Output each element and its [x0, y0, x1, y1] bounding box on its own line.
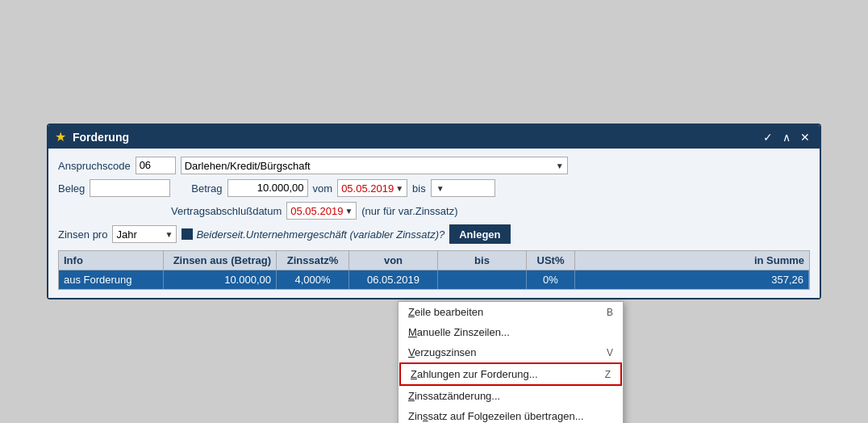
menu-item-zeile-bearbeiten[interactable]: Zeile bearbeiten B	[399, 302, 623, 322]
zinsen-pro-value: Jahr	[116, 228, 136, 241]
vertragsabschluss-date-arrow-icon[interactable]: ▼	[344, 207, 353, 216]
betrag-input[interactable]: 10.000,00	[227, 179, 308, 197]
td-info: aus Forderung	[59, 270, 164, 289]
beiderseit-checkbox[interactable]	[182, 228, 193, 240]
beleg-label: Beleg	[58, 182, 85, 195]
menu-item-zinssatzaenderung[interactable]: Zinssatzänderung...	[399, 386, 623, 406]
menu-label: Manuelle Zinszeilen...	[408, 326, 510, 338]
restore-button[interactable]: ∧	[779, 131, 794, 144]
dropdown-value: Darlehen/Kredit/Bürgschaft	[185, 160, 311, 172]
td-zinsen-betrag: 10.000,00	[164, 270, 277, 289]
window-controls: ✓ ∧ ✕	[760, 131, 813, 144]
form-content: Anspruchscode 06 Darlehen/Kredit/Bürgsch…	[48, 149, 820, 298]
zinsen-pro-label: Zinsen pro	[58, 228, 107, 241]
menu-label: Verzugszinsen	[408, 346, 477, 358]
td-zinssatz: 4,000%	[277, 270, 349, 289]
menu-item-zahlungen-forderung[interactable]: Zahlungen zur Forderung... Z	[399, 362, 622, 386]
td-in-summe: 357,26	[575, 270, 809, 289]
table-header: Info Zinsen aus (Betrag) Zinssatz% von b…	[59, 251, 809, 270]
vom-date-field[interactable]: 05.05.2019 ▼	[337, 179, 407, 197]
menu-item-zinssatz-folgezeilen[interactable]: Zinssatz auf Folgezeilen übertragen...	[399, 406, 623, 423]
beiderseit-label-text: Beiderseit.Unternehmergeschäft (variable…	[196, 228, 444, 241]
menu-label: Zahlungen zur Forderung...	[411, 368, 538, 380]
vertragsabschluss-date-value: 05.05.2019	[290, 205, 343, 217]
row-beleg: Beleg Betrag 10.000,00 vom 05.05.2019 ▼ …	[58, 179, 810, 197]
menu-item-verzugszinsen[interactable]: Verzugszinsen V	[399, 342, 623, 362]
anspruchscode-label: Anspruchscode	[58, 160, 131, 172]
row-zinsen-pro: Zinsen pro Jahr ▼ Beiderseit.Unternehmer…	[58, 224, 810, 244]
menu-label: Zeile bearbeiten	[408, 306, 483, 318]
menu-item-manuelle-zinszeilen[interactable]: Manuelle Zinszeilen...	[399, 322, 623, 342]
star-icon: ★	[55, 129, 66, 144]
menu-shortcut: Z	[605, 369, 611, 380]
anspruchscode-input[interactable]: 06	[136, 157, 176, 174]
window-title: Forderung	[73, 131, 760, 144]
td-von: 06.05.2019	[349, 270, 438, 289]
dropdown-darlehen[interactable]: Darlehen/Kredit/Bürgschaft ▼	[181, 157, 568, 174]
vom-date-arrow-icon[interactable]: ▼	[395, 184, 403, 193]
beiderseit-checkbox-label: Beiderseit.Unternehmergeschäft (variable…	[182, 228, 444, 241]
beleg-input[interactable]	[90, 179, 170, 197]
bis-date-arrow-icon[interactable]: ▼	[436, 184, 444, 193]
menu-label: Zinssatz auf Folgezeilen übertragen...	[408, 410, 584, 422]
th-in-summe: in Summe	[575, 251, 809, 270]
vom-label: vom	[313, 182, 333, 195]
zinsen-pro-dropdown[interactable]: Jahr ▼	[112, 225, 177, 243]
dropdown-arrow-icon: ▼	[556, 161, 564, 170]
vertragsabschluss-date-field[interactable]: 05.05.2019 ▼	[286, 202, 357, 220]
vertragsabschluss-label: Vertragsabschlußdatum	[171, 205, 282, 217]
menu-shortcut: V	[607, 347, 613, 358]
td-bis	[438, 270, 527, 289]
th-von: von	[349, 251, 438, 270]
title-bar: ★ Forderung ✓ ∧ ✕	[48, 125, 820, 149]
table-row[interactable]: aus Forderung 10.000,00 4,000% 06.05.201…	[59, 270, 809, 289]
td-ust: 0%	[527, 270, 575, 289]
zinsen-table: Info Zinsen aus (Betrag) Zinssatz% von b…	[58, 250, 810, 290]
zinsen-pro-arrow-icon: ▼	[165, 230, 173, 239]
close-button[interactable]: ✕	[797, 131, 813, 144]
th-zinssatz: Zinssatz%	[277, 251, 349, 270]
minimize-button[interactable]: ✓	[760, 131, 776, 144]
zinssatz-note: (nur für var.Zinssatz)	[361, 205, 457, 217]
forderung-window: ★ Forderung ✓ ∧ ✕ Anspruchscode 06 Darle…	[47, 124, 821, 299]
row-vertragsabschluss: Vertragsabschlußdatum 05.05.2019 ▼ (nur …	[58, 202, 810, 220]
th-bis: bis	[438, 251, 527, 270]
context-menu: Zeile bearbeiten B Manuelle Zinszeilen..…	[398, 301, 624, 423]
vom-date-value: 05.05.2019	[341, 182, 394, 195]
menu-shortcut: B	[607, 307, 613, 318]
menu-label: Zinssatzänderung...	[408, 390, 500, 402]
row-anspruchscode: Anspruchscode 06 Darlehen/Kredit/Bürgsch…	[58, 157, 810, 174]
bis-label: bis	[412, 182, 426, 195]
anlegen-button[interactable]: Anlegen	[449, 224, 510, 244]
th-info: Info	[59, 251, 164, 270]
th-ust: USt%	[527, 251, 575, 270]
betrag-label: Betrag	[191, 182, 222, 195]
th-zinsen-betrag: Zinsen aus (Betrag)	[164, 251, 277, 270]
bis-date-field[interactable]: ▼	[431, 179, 495, 197]
